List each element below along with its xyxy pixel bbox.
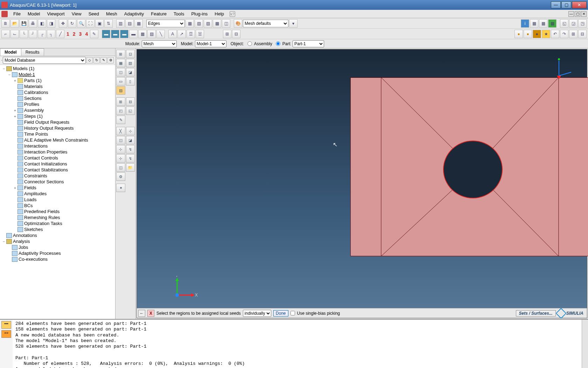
tb-seed-edges[interactable]: ⊡ bbox=[126, 50, 135, 58]
zoom-box-button[interactable]: ⛶ bbox=[86, 19, 94, 28]
tb-r6a[interactable]: ⊞ bbox=[116, 97, 125, 106]
tree-item[interactable]: −Models (1) bbox=[0, 66, 115, 71]
tree-item[interactable]: BCs bbox=[0, 203, 115, 209]
grid2[interactable]: ▦ bbox=[539, 19, 547, 28]
prompt-cancel-button[interactable]: X bbox=[147, 310, 154, 317]
tb-r4b[interactable]: ▯ bbox=[126, 77, 135, 86]
menu-view[interactable]: View bbox=[68, 11, 85, 17]
t2-7[interactable]: ╱ bbox=[56, 30, 64, 38]
tb-partition[interactable]: ◫ bbox=[116, 163, 125, 172]
rec-7[interactable]: ⊞ bbox=[569, 30, 578, 38]
msg-cli2-button[interactable]: »» bbox=[1, 330, 11, 338]
message-log[interactable]: 284 elements have been generated on part… bbox=[13, 320, 582, 368]
minimize-button[interactable]: — bbox=[551, 1, 561, 8]
print-button[interactable]: 🖶 bbox=[29, 19, 37, 28]
text-button[interactable]: A bbox=[168, 30, 177, 38]
tb-mesh-part[interactable]: ▦ bbox=[116, 59, 125, 67]
layout-3[interactable]: ▬ bbox=[120, 30, 128, 38]
layout-7[interactable]: ╲ bbox=[156, 30, 165, 38]
tb-assign-element[interactable]: ◫ bbox=[116, 68, 125, 76]
t2-5[interactable]: ┌ bbox=[38, 30, 46, 38]
object-part-radio[interactable] bbox=[276, 41, 280, 46]
menu-model[interactable]: Model bbox=[24, 11, 43, 17]
t2-1[interactable]: ⌐ bbox=[1, 30, 10, 38]
close-button[interactable]: ✕ bbox=[572, 1, 587, 8]
tree-item[interactable]: Loads bbox=[0, 197, 115, 203]
tb-r12a[interactable]: ⊹ bbox=[116, 154, 125, 163]
grid1[interactable]: ▦ bbox=[530, 19, 538, 28]
tb-r11b[interactable]: ↯ bbox=[126, 145, 135, 154]
tb-verify-mesh[interactable]: ▨ bbox=[116, 86, 125, 95]
menu-plugins[interactable]: Plug-ins bbox=[188, 11, 211, 17]
tree-item[interactable]: Annotations bbox=[0, 232, 115, 238]
save-button[interactable]: 💾 bbox=[20, 19, 28, 28]
tb-r13b[interactable]: 📁 bbox=[126, 163, 135, 172]
mdi-close-button[interactable]: ✕ bbox=[581, 11, 587, 17]
tb-edit-mesh[interactable]: ✎ bbox=[116, 116, 125, 124]
cycle-button[interactable]: ⇅ bbox=[104, 19, 113, 28]
tree-item[interactable]: Time Points bbox=[0, 131, 115, 137]
tree-item[interactable]: Connector Sections bbox=[0, 179, 115, 185]
tree-item[interactable]: Interactions bbox=[0, 143, 115, 149]
tree-item[interactable]: +Fields bbox=[0, 185, 115, 191]
t2-8[interactable]: ✎ bbox=[90, 30, 98, 38]
tb-r4a[interactable]: ▭ bbox=[116, 77, 125, 86]
iso3[interactable]: ◳ bbox=[578, 19, 587, 28]
tb-mesh-controls[interactable]: ◪ bbox=[126, 68, 135, 76]
render-4[interactable]: ▩ bbox=[213, 19, 221, 28]
tree-item[interactable]: ALE Adaptive Mesh Constraints bbox=[0, 137, 115, 143]
rotate-button[interactable]: ↻ bbox=[68, 19, 76, 28]
tb-r14a[interactable]: ⚙ bbox=[116, 172, 125, 181]
tool-a[interactable]: ◧ bbox=[38, 19, 46, 28]
tb-r10a[interactable]: ◫ bbox=[116, 136, 125, 144]
view-4[interactable]: 4 bbox=[84, 31, 89, 37]
layout-4[interactable]: ▬ bbox=[129, 30, 138, 38]
layout-1[interactable]: ▬ bbox=[102, 30, 110, 38]
prompt-back-button[interactable]: ← bbox=[138, 310, 145, 317]
fit-button[interactable]: ▣ bbox=[95, 19, 104, 28]
tree-item[interactable]: Profiles bbox=[0, 101, 115, 107]
datum-2[interactable]: ⊟ bbox=[232, 30, 240, 38]
tab-model[interactable]: Model bbox=[0, 48, 21, 56]
single-bias-checkbox[interactable] bbox=[290, 311, 295, 315]
menu-mesh[interactable]: Mesh bbox=[103, 11, 121, 17]
render-5[interactable]: ◫ bbox=[222, 19, 230, 28]
list-button[interactable]: ☲ bbox=[187, 30, 195, 38]
tb-seed-part[interactable]: ⊞ bbox=[116, 50, 125, 58]
tree-item[interactable]: Calibrations bbox=[0, 89, 115, 95]
zoom-button[interactable]: 🔍 bbox=[77, 19, 85, 28]
menu-seed[interactable]: Seed bbox=[85, 11, 103, 17]
tb-mesh-region[interactable]: ▧ bbox=[126, 59, 135, 67]
db-btn-1[interactable]: ◇ bbox=[86, 57, 93, 63]
tree-item[interactable]: Contact Initializations bbox=[0, 161, 115, 167]
tree-item[interactable]: −Analysis bbox=[0, 238, 115, 244]
tree-item[interactable]: Co-executions bbox=[0, 256, 115, 262]
layout-5[interactable]: ▦ bbox=[138, 30, 147, 38]
tree-item[interactable]: History Output Requests bbox=[0, 125, 115, 131]
tree-item[interactable]: Interaction Properties bbox=[0, 149, 115, 155]
rec-1[interactable]: ● bbox=[514, 30, 523, 38]
tree-item[interactable]: Adaptivity Processes bbox=[0, 250, 115, 256]
rec-2[interactable]: ● bbox=[524, 30, 532, 38]
view-3[interactable]: 3 bbox=[78, 31, 83, 37]
model-tree[interactable]: −Models (1)−Model-1+Parts (1)MaterialsCa… bbox=[0, 65, 115, 319]
tree-item[interactable]: Jobs bbox=[0, 244, 115, 250]
menu-adaptivity[interactable]: Adaptivity bbox=[121, 11, 147, 17]
datum-1[interactable]: ⊞ bbox=[223, 30, 231, 38]
menu-viewport[interactable]: Viewport bbox=[43, 11, 68, 17]
iso1[interactable]: ◱ bbox=[560, 19, 568, 28]
tree-item[interactable]: Materials bbox=[0, 83, 115, 89]
menu-feature[interactable]: Feature bbox=[147, 11, 170, 17]
tree-item[interactable]: +Parts (1) bbox=[0, 77, 115, 83]
tool-b[interactable]: ◨ bbox=[47, 19, 55, 28]
grid3[interactable]: ▦ bbox=[548, 19, 556, 28]
tb-r12b[interactable]: ↯ bbox=[126, 154, 135, 163]
maximize-button[interactable]: ▢ bbox=[561, 1, 571, 8]
pan-button[interactable]: ✥ bbox=[59, 19, 67, 28]
tree-item[interactable]: +Assembly bbox=[0, 107, 115, 113]
render-select[interactable]: Edges bbox=[146, 20, 185, 27]
view-2[interactable]: 2 bbox=[71, 31, 77, 37]
render-2[interactable]: ▧ bbox=[195, 19, 203, 28]
redo-button[interactable]: ↷ bbox=[560, 30, 568, 38]
mesh-defaults-select[interactable]: Mesh defaults bbox=[243, 20, 288, 27]
